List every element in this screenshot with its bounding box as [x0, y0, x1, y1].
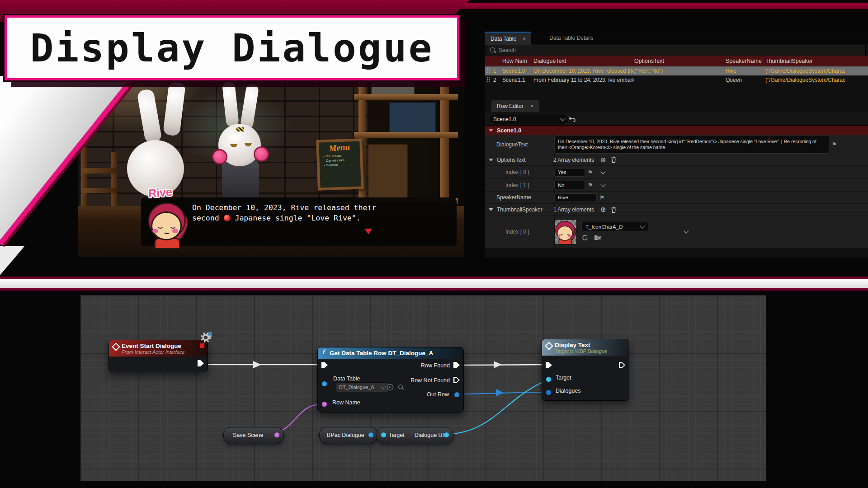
dialogues-pin[interactable]: [546, 390, 551, 395]
chevron-down-icon[interactable]: [600, 182, 605, 187]
collapse-icon[interactable]: [489, 208, 493, 211]
node-save-scene[interactable]: Save Scene: [223, 427, 284, 443]
cell-row-name: Scene1.1: [502, 77, 533, 83]
out-row-pin[interactable]: [454, 392, 459, 397]
exec-output-pin[interactable]: [619, 362, 625, 368]
dialogue-line-1: On December 10, 2023, Rive released thei…: [192, 202, 376, 213]
avatar-eye: [157, 223, 164, 229]
flag-icon[interactable]: ⚑: [599, 194, 605, 201]
shelf-board: [354, 94, 458, 100]
exec-output-pin[interactable]: [198, 360, 204, 366]
corner-wedge-small: [0, 246, 24, 275]
option-0-field[interactable]: Yes: [554, 168, 585, 177]
dialogue-text-field[interactable]: On December 10, 2023, Rive released thei…: [554, 136, 829, 154]
cell-speaker: Rive: [726, 68, 765, 74]
node-header[interactable]: Event Start Dialogue From Interact Actor…: [109, 340, 208, 357]
node-bpac-dialogue[interactable]: BPac Dialogue: [319, 427, 378, 443]
dialogue-line-2-pre: second: [192, 214, 219, 222]
drag-handle-icon[interactable]: [487, 76, 490, 82]
add-element-icon[interactable]: ⊕: [600, 156, 606, 164]
cell-thumbnail: ("/Game/DialogueSystem/Charac: [765, 68, 868, 74]
save-scene-output-pin[interactable]: [274, 432, 279, 437]
node-header[interactable]: Display Text Target is WBP Dialogue: [542, 339, 629, 356]
col-dialogue-text[interactable]: DialogueText: [533, 58, 634, 64]
trash-icon[interactable]: [611, 206, 617, 213]
shelf-crate: [368, 144, 408, 200]
node-display-text[interactable]: Display Text Target is WBP Dialogue Targ…: [542, 339, 629, 401]
search-bar[interactable]: [487, 45, 866, 55]
col-row-name[interactable]: Row Nam: [502, 58, 533, 64]
chevron-down-icon: [560, 116, 565, 121]
data-table-panel: Data Table × Data Table Details Row Nam …: [485, 32, 868, 258]
data-table-dropdown[interactable]: DT_Dialogue_A: [336, 382, 388, 392]
shelf-board: [354, 132, 458, 138]
cell-speaker: Queen: [726, 77, 765, 83]
cell-row-name: Scene1.0: [502, 68, 533, 74]
flag-icon[interactable]: ⚑: [588, 169, 593, 176]
flag-icon[interactable]: ⚑: [588, 182, 593, 188]
function-icon: f: [322, 348, 325, 356]
browse-asset-icon[interactable]: [594, 234, 602, 241]
collapse-icon[interactable]: [489, 159, 493, 161]
col-speaker-name[interactable]: SpeakerName: [726, 58, 765, 64]
page: Menu - Ice cream - Carrot cake - Salmon …: [0, 0, 868, 488]
browse-icon[interactable]: [397, 384, 405, 391]
table-row[interactable]: 2 Scene1.1 From February 11 to 24, 2023,…: [485, 75, 868, 84]
exec-input-pin[interactable]: [546, 362, 552, 368]
row-selector-dropdown[interactable]: Scene1.0: [489, 114, 569, 124]
close-icon[interactable]: ×: [531, 103, 534, 109]
option-1-field[interactable]: No: [554, 181, 585, 189]
bpac-output-pin[interactable]: [368, 432, 373, 437]
chevron-down-icon[interactable]: [600, 169, 605, 174]
prop-label: ThumbnailSpeaker: [497, 206, 547, 213]
col-thumbnail-speaker[interactable]: ThumbnailSpeaker: [765, 58, 868, 64]
avatar-blush: [172, 229, 178, 233]
title-banner: Display Dialogue: [5, 15, 459, 80]
shelf-box-navy: [389, 102, 436, 134]
node-get-data-table-row[interactable]: f Get Data Table Row DT_Dialogue_A Data …: [317, 347, 464, 413]
row-name-pin[interactable]: [322, 402, 327, 407]
thumbnail-avatar: [554, 221, 576, 244]
table-header: Row Nam DialogueText OptionsText Speaker…: [485, 56, 868, 66]
col-options-text[interactable]: OptionsText: [634, 58, 726, 64]
data-table-pin[interactable]: [322, 381, 327, 386]
use-selected-icon[interactable]: [387, 384, 394, 391]
page-title: Display Dialogue: [30, 25, 434, 70]
data-table-asset: DT_Dialogue_A: [339, 385, 374, 390]
separator-bottom: [0, 288, 868, 291]
dialogue-ui-output-pin[interactable]: [444, 432, 449, 437]
search-input[interactable]: [498, 47, 834, 54]
row-section-header[interactable]: Scene1.0: [485, 126, 868, 135]
use-selected-icon[interactable]: [581, 234, 589, 241]
trash-icon[interactable]: [611, 156, 617, 163]
undo-button[interactable]: [567, 114, 577, 123]
rabbit-right-headphone: [254, 146, 269, 162]
pill-label: Save Scene: [233, 432, 263, 438]
chevron-down-icon[interactable]: [684, 228, 689, 233]
target-pin[interactable]: [546, 377, 551, 382]
tab-data-table[interactable]: Data Table ×: [485, 32, 531, 45]
close-icon[interactable]: ×: [523, 36, 526, 42]
exec-input-pin[interactable]: [321, 362, 328, 368]
flag-icon[interactable]: ⚑: [832, 141, 837, 148]
row-editor-toolbar: Scene1.0: [485, 113, 868, 126]
table-row[interactable]: 1 Scene1.0 On December 10, 2023, Rive re…: [485, 66, 868, 75]
search-icon: [490, 47, 495, 52]
avatar-mouth: [163, 229, 170, 234]
tab-row-editor[interactable]: Row Editor ×: [491, 100, 539, 112]
menu-item: - Salmon: [324, 162, 360, 167]
node-event-start-dialogue[interactable]: Event Start Dialogue From Interact Actor…: [108, 340, 208, 372]
thumbnail-asset-preview[interactable]: [554, 219, 577, 244]
row-not-found-exec-pin[interactable]: [453, 377, 460, 383]
pin-label: Row Not Found: [410, 377, 450, 384]
row-found-exec-pin[interactable]: [453, 362, 460, 368]
drag-handle-icon[interactable]: [487, 67, 490, 73]
chair-slat: [81, 188, 117, 193]
node-get-dialogue-ui[interactable]: Target Dialogue UI: [377, 427, 453, 443]
target-input-pin[interactable]: [381, 432, 386, 437]
asset-dropdown[interactable]: T_IconCharA_D: [581, 222, 648, 231]
add-element-icon[interactable]: ⊕: [600, 206, 606, 214]
node-header[interactable]: f Get Data Table Row DT_Dialogue_A: [318, 347, 463, 359]
tab-data-table-details[interactable]: Data Table Details: [544, 32, 599, 44]
speaker-name-field[interactable]: Rive: [554, 193, 597, 202]
